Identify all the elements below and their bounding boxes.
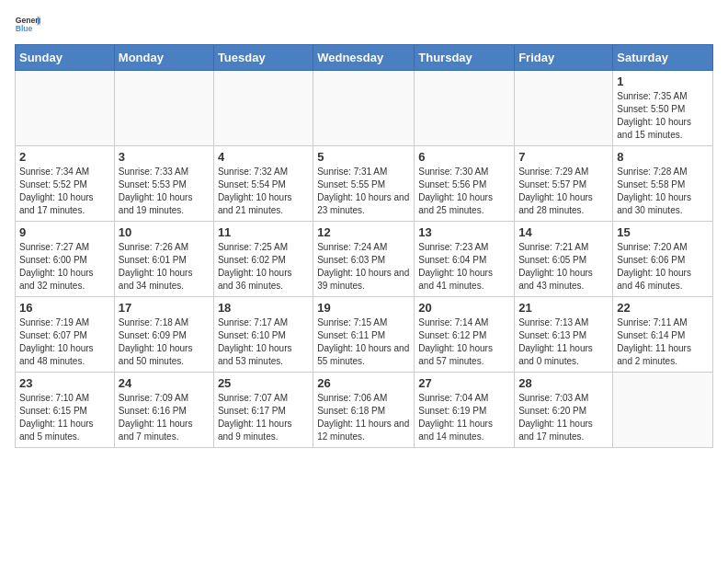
calendar-cell: 24Sunrise: 7:09 AM Sunset: 6:16 PM Dayli…: [114, 373, 213, 448]
day-info: Sunrise: 7:30 AM Sunset: 5:56 PM Dayligh…: [418, 166, 510, 217]
calendar-cell: 19Sunrise: 7:15 AM Sunset: 6:11 PM Dayli…: [313, 297, 415, 373]
calendar-cell: 18Sunrise: 7:17 AM Sunset: 6:10 PM Dayli…: [213, 297, 313, 373]
day-number: 3: [119, 150, 210, 164]
day-info: Sunrise: 7:33 AM Sunset: 5:53 PM Dayligh…: [119, 166, 210, 217]
day-number: 23: [19, 376, 110, 390]
calendar-cell: 15Sunrise: 7:20 AM Sunset: 6:06 PM Dayli…: [613, 222, 713, 297]
day-number: 7: [518, 150, 609, 164]
day-info: Sunrise: 7:11 AM Sunset: 6:14 PM Dayligh…: [617, 316, 709, 368]
day-info: Sunrise: 7:14 AM Sunset: 6:12 PM Dayligh…: [418, 316, 510, 368]
day-info: Sunrise: 7:28 AM Sunset: 5:58 PM Dayligh…: [617, 166, 709, 217]
calendar-cell: 10Sunrise: 7:26 AM Sunset: 6:01 PM Dayli…: [114, 222, 213, 297]
calendar-cell: 22Sunrise: 7:11 AM Sunset: 6:14 PM Dayli…: [613, 297, 713, 373]
day-info: Sunrise: 7:25 AM Sunset: 6:02 PM Dayligh…: [218, 241, 309, 293]
day-info: Sunrise: 7:26 AM Sunset: 6:01 PM Dayligh…: [119, 241, 210, 293]
calendar-week-1: 1Sunrise: 7:35 AM Sunset: 5:50 PM Daylig…: [16, 71, 713, 146]
day-info: Sunrise: 7:21 AM Sunset: 6:05 PM Dayligh…: [518, 241, 609, 293]
day-number: 25: [218, 376, 309, 390]
calendar-cell: 23Sunrise: 7:10 AM Sunset: 6:15 PM Dayli…: [16, 373, 115, 448]
day-number: 10: [119, 225, 210, 239]
day-info: Sunrise: 7:03 AM Sunset: 6:20 PM Dayligh…: [518, 392, 609, 443]
day-info: Sunrise: 7:31 AM Sunset: 5:55 PM Dayligh…: [317, 166, 410, 217]
day-info: Sunrise: 7:23 AM Sunset: 6:04 PM Dayligh…: [418, 241, 510, 293]
calendar-cell: 27Sunrise: 7:04 AM Sunset: 6:19 PM Dayli…: [415, 373, 515, 448]
day-info: Sunrise: 7:18 AM Sunset: 6:09 PM Dayligh…: [119, 316, 210, 368]
day-info: Sunrise: 7:29 AM Sunset: 5:57 PM Dayligh…: [518, 166, 609, 217]
calendar-week-2: 2Sunrise: 7:34 AM Sunset: 5:52 PM Daylig…: [16, 146, 713, 222]
day-info: Sunrise: 7:10 AM Sunset: 6:15 PM Dayligh…: [19, 392, 110, 443]
day-info: Sunrise: 7:32 AM Sunset: 5:54 PM Dayligh…: [218, 166, 309, 217]
calendar-cell: [613, 373, 713, 448]
calendar-cell: 2Sunrise: 7:34 AM Sunset: 5:52 PM Daylig…: [16, 146, 115, 222]
day-number: 5: [317, 150, 410, 164]
calendar-cell: 25Sunrise: 7:07 AM Sunset: 6:17 PM Dayli…: [213, 373, 313, 448]
day-number: 16: [19, 301, 110, 315]
column-header-tuesday: Tuesday: [213, 45, 313, 71]
day-info: Sunrise: 7:07 AM Sunset: 6:17 PM Dayligh…: [218, 392, 309, 443]
svg-marker-3: [40, 16, 40, 26]
calendar-cell: 6Sunrise: 7:30 AM Sunset: 5:56 PM Daylig…: [415, 146, 515, 222]
day-info: Sunrise: 7:27 AM Sunset: 6:00 PM Dayligh…: [19, 241, 110, 293]
calendar-cell: 1Sunrise: 7:35 AM Sunset: 5:50 PM Daylig…: [613, 71, 713, 146]
column-header-thursday: Thursday: [415, 45, 515, 71]
calendar-cell: 5Sunrise: 7:31 AM Sunset: 5:55 PM Daylig…: [313, 146, 415, 222]
calendar-cell: 28Sunrise: 7:03 AM Sunset: 6:20 PM Dayli…: [515, 373, 613, 448]
calendar-cell: 13Sunrise: 7:23 AM Sunset: 6:04 PM Dayli…: [415, 222, 515, 297]
day-number: 12: [317, 225, 410, 239]
calendar-cell: 8Sunrise: 7:28 AM Sunset: 5:58 PM Daylig…: [613, 146, 713, 222]
day-number: 20: [418, 301, 510, 315]
calendar-cell: 4Sunrise: 7:32 AM Sunset: 5:54 PM Daylig…: [213, 146, 313, 222]
day-number: 9: [19, 225, 110, 239]
calendar-cell: 16Sunrise: 7:19 AM Sunset: 6:07 PM Dayli…: [16, 297, 115, 373]
calendar-cell: [16, 71, 115, 146]
day-info: Sunrise: 7:35 AM Sunset: 5:50 PM Dayligh…: [617, 90, 709, 142]
page-header: General Blue: [15, 15, 713, 33]
calendar-cell: [415, 71, 515, 146]
calendar-cell: 11Sunrise: 7:25 AM Sunset: 6:02 PM Dayli…: [213, 222, 313, 297]
column-header-saturday: Saturday: [613, 45, 713, 71]
calendar-cell: 20Sunrise: 7:14 AM Sunset: 6:12 PM Dayli…: [415, 297, 515, 373]
day-number: 6: [418, 150, 510, 164]
calendar-week-4: 16Sunrise: 7:19 AM Sunset: 6:07 PM Dayli…: [16, 297, 713, 373]
day-info: Sunrise: 7:17 AM Sunset: 6:10 PM Dayligh…: [218, 316, 309, 368]
calendar-week-5: 23Sunrise: 7:10 AM Sunset: 6:15 PM Dayli…: [16, 373, 713, 448]
day-number: 22: [617, 301, 709, 315]
day-number: 18: [218, 301, 309, 315]
day-number: 19: [317, 301, 410, 315]
calendar-cell: 9Sunrise: 7:27 AM Sunset: 6:00 PM Daylig…: [16, 222, 115, 297]
logo: General Blue: [15, 15, 44, 33]
day-number: 2: [19, 150, 110, 164]
calendar-cell: 17Sunrise: 7:18 AM Sunset: 6:09 PM Dayli…: [114, 297, 213, 373]
day-number: 4: [218, 150, 309, 164]
day-number: 13: [418, 225, 510, 239]
day-info: Sunrise: 7:34 AM Sunset: 5:52 PM Dayligh…: [19, 166, 110, 217]
day-info: Sunrise: 7:06 AM Sunset: 6:18 PM Dayligh…: [317, 392, 410, 443]
column-header-sunday: Sunday: [16, 45, 115, 71]
day-number: 21: [518, 301, 609, 315]
day-info: Sunrise: 7:09 AM Sunset: 6:16 PM Dayligh…: [119, 392, 210, 443]
day-info: Sunrise: 7:04 AM Sunset: 6:19 PM Dayligh…: [418, 392, 510, 443]
calendar-cell: 21Sunrise: 7:13 AM Sunset: 6:13 PM Dayli…: [515, 297, 613, 373]
calendar-cell: 7Sunrise: 7:29 AM Sunset: 5:57 PM Daylig…: [515, 146, 613, 222]
svg-text:Blue: Blue: [16, 24, 33, 33]
column-header-wednesday: Wednesday: [313, 45, 415, 71]
day-number: 26: [317, 376, 410, 390]
day-info: Sunrise: 7:24 AM Sunset: 6:03 PM Dayligh…: [317, 241, 410, 293]
day-info: Sunrise: 7:15 AM Sunset: 6:11 PM Dayligh…: [317, 316, 410, 368]
logo-icon: General Blue: [15, 15, 40, 33]
calendar-cell: [313, 71, 415, 146]
calendar-cell: [114, 71, 213, 146]
day-number: 28: [518, 376, 609, 390]
day-number: 8: [617, 150, 709, 164]
day-number: 24: [119, 376, 210, 390]
calendar-week-3: 9Sunrise: 7:27 AM Sunset: 6:00 PM Daylig…: [16, 222, 713, 297]
calendar-cell: 26Sunrise: 7:06 AM Sunset: 6:18 PM Dayli…: [313, 373, 415, 448]
calendar-cell: [515, 71, 613, 146]
day-number: 14: [518, 225, 609, 239]
day-info: Sunrise: 7:19 AM Sunset: 6:07 PM Dayligh…: [19, 316, 110, 368]
day-number: 27: [418, 376, 510, 390]
day-info: Sunrise: 7:20 AM Sunset: 6:06 PM Dayligh…: [617, 241, 709, 293]
day-number: 17: [119, 301, 210, 315]
calendar-cell: 3Sunrise: 7:33 AM Sunset: 5:53 PM Daylig…: [114, 146, 213, 222]
calendar-cell: 14Sunrise: 7:21 AM Sunset: 6:05 PM Dayli…: [515, 222, 613, 297]
